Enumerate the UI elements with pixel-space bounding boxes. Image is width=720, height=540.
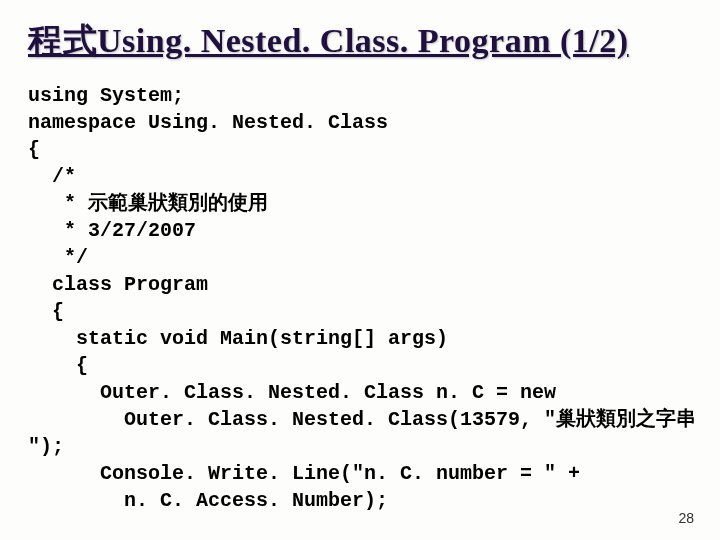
slide-title: 程式Using. Nested. Class. Program (1/2): [28, 18, 692, 64]
code-block: using System; namespace Using. Nested. C…: [28, 82, 692, 514]
page-number: 28: [678, 510, 694, 526]
slide: 程式Using. Nested. Class. Program (1/2) us…: [0, 0, 720, 540]
